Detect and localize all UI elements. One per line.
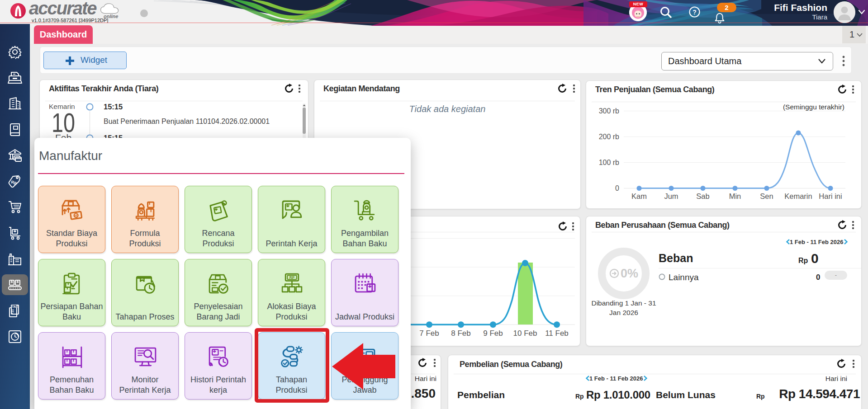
svg-text:?: ?: [693, 9, 697, 16]
svg-text:RP: RP: [74, 214, 79, 218]
svg-text:300 rb: 300 rb: [599, 107, 619, 115]
svg-text:8 Feb: 8 Feb: [451, 329, 470, 338]
svg-text:0: 0: [615, 184, 619, 192]
svg-text:Kemarin: Kemarin: [784, 192, 812, 200]
svg-text:9 Feb: 9 Feb: [483, 329, 503, 338]
svg-text:7 Feb: 7 Feb: [419, 329, 439, 338]
svg-text:200 rb: 200 rb: [599, 133, 619, 141]
svg-text:100 rb: 100 rb: [599, 159, 619, 166]
svg-text:Hari ini: Hari ini: [819, 192, 842, 200]
svg-text:Kam: Kam: [631, 192, 647, 200]
svg-text:10 Feb: 10 Feb: [513, 329, 537, 338]
svg-text:Sab: Sab: [696, 192, 709, 200]
svg-text:Jum: Jum: [664, 192, 678, 200]
svg-text:Min: Min: [729, 192, 741, 200]
svg-text:RP: RP: [289, 276, 295, 280]
svg-text:Sen: Sen: [760, 192, 773, 200]
svg-text:Rp: Rp: [11, 180, 17, 185]
svg-text:11 Feb: 11 Feb: [545, 329, 569, 338]
svg-text:TAX: TAX: [12, 305, 18, 308]
